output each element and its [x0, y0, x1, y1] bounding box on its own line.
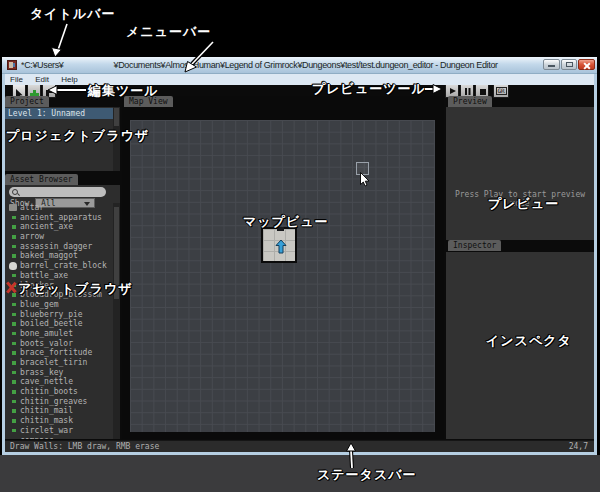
asset-icon: [12, 235, 16, 239]
asset-icon: [9, 204, 17, 211]
list-item[interactable]: arrow: [5, 232, 113, 242]
list-item[interactable]: chitin_mail: [5, 406, 113, 416]
list-item[interactable]: chitin_mask: [5, 416, 113, 426]
project-level-item[interactable]: Level 1: Unnamed: [5, 108, 113, 119]
list-item[interactable]: cave_nettle: [5, 377, 113, 387]
censored-username: [64, 60, 114, 68]
asset-icon: [12, 351, 16, 355]
map-grid[interactable]: [130, 120, 435, 432]
asset-icon: [12, 361, 16, 365]
list-item[interactable]: circlet_war: [5, 426, 113, 436]
preview-panel: Press Play to start preview mode: [446, 107, 594, 240]
tab-inspector[interactable]: Inspector: [448, 240, 501, 251]
list-item[interactable]: boiled_beetle: [5, 319, 113, 329]
list-item[interactable]: altar: [5, 203, 113, 213]
asset-icon: [12, 390, 16, 394]
annotation-asset-browser: アセットブラウザ: [18, 280, 132, 298]
list-item[interactable]: assassin_dagger: [5, 242, 113, 252]
asset-icon: [12, 313, 16, 317]
list-item[interactable]: chitin_greaves: [5, 397, 113, 407]
list-item[interactable]: ancient_axe: [5, 222, 113, 232]
list-item[interactable]: blue_gem: [5, 300, 113, 310]
annotation-title-bar: タイトルバー: [30, 5, 116, 23]
app-icon: [7, 60, 17, 70]
asset-icon: [12, 254, 16, 258]
search-icon-handle: [17, 193, 20, 196]
annotation-edit-tools: 編集ツール: [88, 82, 159, 100]
pause-icon: [465, 88, 467, 95]
arrow-to-title-bar: [52, 24, 68, 57]
status-bar: Draw Walls: LMB draw, RMB erase 24,7: [5, 440, 594, 452]
stop-icon: [480, 89, 486, 95]
status-coordinates: 24,7: [569, 442, 588, 452]
dungeon-editor-window: *C:¥Users¥¥Documents¥Almost Human¥Legend…: [2, 57, 597, 455]
minimize-button[interactable]: [543, 59, 560, 70]
list-item[interactable]: brass_key: [5, 368, 113, 378]
list-item[interactable]: bracelet_tirin: [5, 358, 113, 368]
run-in-grimrock-button[interactable]: GR: [493, 85, 509, 98]
menu-file[interactable]: File: [5, 74, 28, 85]
asset-icon: [12, 400, 16, 404]
list-item[interactable]: compass: [5, 436, 113, 440]
asset-icon: [12, 409, 16, 413]
asset-search-input[interactable]: [9, 187, 106, 197]
menu-edit[interactable]: Edit: [30, 74, 54, 85]
annotation-project-browser: プロジェクトブラウザ: [6, 127, 149, 145]
asset-icon: [12, 245, 16, 249]
tab-preview[interactable]: Preview: [448, 96, 492, 107]
asset-icon: [12, 274, 16, 278]
tab-asset-browser[interactable]: Asset Browser: [5, 174, 78, 185]
mouse-cursor: [360, 172, 370, 187]
list-item[interactable]: chitin_boots: [5, 387, 113, 397]
map-room[interactable]: [261, 227, 297, 263]
asset-icon: [12, 322, 16, 326]
asset-icon: [12, 225, 16, 229]
asset-scrollbar[interactable]: [113, 203, 120, 439]
close-button[interactable]: [578, 59, 595, 70]
player-start-arrow[interactable]: [275, 240, 287, 254]
annotation-map-view: マップビュー: [243, 213, 329, 231]
play-icon: [450, 88, 456, 94]
asset-icon: [12, 419, 16, 423]
annotation-menu-bar: メニューバー: [126, 23, 211, 41]
list-item[interactable]: barrel_crate_block: [5, 261, 113, 271]
annotation-preview: プレビュー: [488, 195, 559, 213]
list-item[interactable]: ancient_apparatus: [5, 213, 113, 223]
asset-icon: [9, 262, 17, 270]
asset-browser-panel: Show All altar ancient_apparatus ancient…: [5, 185, 120, 439]
annotation-x-mark: [5, 281, 17, 294]
status-hint-text: Draw Walls: LMB draw, RMB erase: [10, 442, 159, 452]
list-item[interactable]: blueberry_pie: [5, 310, 113, 320]
page-background-bottom: [0, 455, 600, 492]
tab-project[interactable]: Project: [5, 96, 49, 107]
list-item[interactable]: baked_maggot: [5, 251, 113, 261]
map-view-panel: Map View: [122, 96, 444, 439]
window-title: *C:¥Users¥¥Documents¥Almost Human¥Legend…: [21, 59, 536, 71]
annotation-inspector: インスペクタ: [486, 332, 572, 350]
menu-help[interactable]: Help: [56, 74, 82, 85]
asset-icon: [12, 342, 16, 346]
asset-icon: [12, 371, 16, 375]
list-item[interactable]: bone_amulet: [5, 329, 113, 339]
list-item[interactable]: boots_valor: [5, 339, 113, 349]
annotation-status-bar: ステータスバー: [317, 466, 417, 484]
asset-icon: [12, 332, 16, 336]
title-bar[interactable]: *C:¥Users¥¥Documents¥Almost Human¥Legend…: [2, 57, 597, 74]
asset-icon: [12, 380, 16, 384]
asset-list: altar ancient_apparatus ancient_axe arro…: [5, 203, 113, 439]
asset-icon: [12, 303, 16, 307]
maximize-button[interactable]: [561, 59, 577, 70]
list-item[interactable]: brace_fortitude: [5, 348, 113, 358]
annotation-preview-tools: プレビューツール: [312, 80, 426, 98]
asset-icon: [12, 429, 16, 433]
gr-icon: GR: [496, 87, 507, 95]
asset-icon: [12, 439, 16, 440]
asset-icon: [12, 216, 16, 220]
